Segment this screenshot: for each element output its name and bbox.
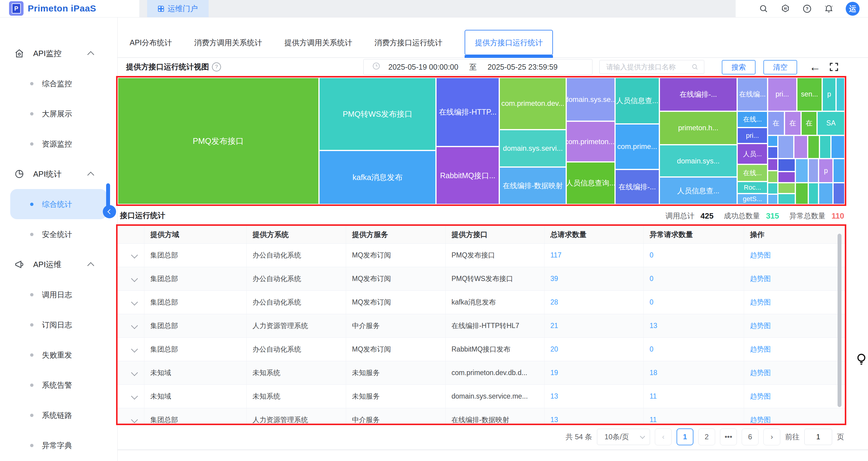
trend-chart-link[interactable]: 趋势图 (750, 251, 771, 259)
treemap-block-在[interactable]: 在 (768, 111, 784, 135)
trend-chart-link[interactable]: 趋势图 (750, 392, 771, 400)
treemap-block-RabbitMQ接口...[interactable]: RabbitMQ接口... (436, 147, 499, 205)
treemap-block-pri...[interactable]: pri... (768, 78, 797, 111)
treemap-block[interactable] (794, 135, 808, 159)
trend-chart-link[interactable]: 趋势图 (750, 322, 771, 330)
clear-button[interactable]: 清空 (764, 60, 797, 74)
help-circle-icon[interactable]: ? (212, 62, 221, 71)
tab-消费方接口运行统计[interactable]: 消费方接口运行统计 (374, 30, 442, 55)
cell-error-requests[interactable]: 13 (643, 314, 744, 338)
row-expand-icon[interactable] (131, 417, 138, 423)
treemap-block-com.prime...[interactable]: com.prime... (615, 124, 659, 170)
treemap-block-在线...[interactable]: 在线... (737, 164, 768, 182)
treemap-block-domain.sys.servi...[interactable]: domain.sys.servi... (499, 130, 566, 167)
trend-chart-link[interactable]: 趋势图 (750, 416, 771, 424)
treemap-block[interactable] (778, 172, 795, 183)
tab-API分布统计[interactable]: API分布统计 (130, 30, 172, 55)
page-button-1[interactable]: 1 (677, 428, 693, 445)
page-button-2[interactable]: 2 (698, 428, 715, 445)
treemap-block[interactable] (768, 183, 778, 194)
tab-提供方调用关系统计[interactable]: 提供方调用关系统计 (284, 30, 352, 55)
treemap-block[interactable] (768, 147, 778, 159)
sidebar-item-调用日志[interactable]: 调用日志 (10, 279, 107, 310)
cell-total-requests[interactable]: 21 (544, 314, 643, 338)
treemap-block-getS...[interactable]: getS... (737, 193, 768, 205)
sidebar-item-综合监控[interactable]: 综合监控 (10, 68, 107, 99)
user-avatar[interactable]: 运 (846, 2, 860, 16)
cell-total-requests[interactable]: 13 (544, 385, 643, 408)
trend-chart-link[interactable]: 趋势图 (750, 298, 771, 306)
cell-total-requests[interactable]: 20 (544, 338, 643, 361)
help-icon[interactable]: ? (802, 4, 812, 13)
treemap-block-人员...[interactable]: 人员... (737, 144, 768, 164)
treemap-block[interactable] (819, 135, 831, 159)
row-expand-icon[interactable] (131, 299, 138, 306)
cell-total-requests[interactable]: 19 (544, 361, 643, 385)
trend-chart-link[interactable]: 趋势图 (750, 369, 771, 376)
treemap-block-人员信息查询...[interactable]: 人员信息查询... (566, 162, 615, 205)
treemap-block[interactable] (808, 135, 819, 159)
row-expand-icon[interactable] (131, 393, 138, 400)
treemap-block-domain.sys.se...[interactable]: domain.sys.se... (566, 78, 615, 121)
row-expand-icon[interactable] (131, 252, 138, 259)
treemap-block-在线编排-...[interactable]: 在线编排-... (615, 170, 659, 205)
treemap-block[interactable] (833, 183, 845, 205)
treemap-block-在线编排-...[interactable]: 在线编排-... (659, 78, 737, 111)
sidebar-collapse-handle[interactable] (103, 205, 116, 218)
search-button[interactable]: 搜索 (722, 60, 755, 74)
treemap-block-kafka消息发布[interactable]: kafka消息发布 (319, 150, 436, 205)
treemap-block-primeton.h...[interactable]: primeton.h... (659, 111, 737, 145)
treemap-block[interactable] (808, 183, 818, 205)
cell-total-requests[interactable]: 13 (544, 408, 643, 425)
treemap-block[interactable] (768, 194, 778, 205)
trend-chart-link[interactable]: 趋势图 (750, 275, 771, 282)
treemap-block[interactable] (818, 183, 833, 205)
cell-error-requests[interactable]: 18 (643, 361, 744, 385)
treemap-block[interactable] (795, 159, 808, 183)
cell-error-requests[interactable]: 0 (643, 244, 744, 267)
cell-total-requests[interactable]: 39 (544, 267, 643, 290)
treemap-block[interactable] (768, 135, 778, 147)
back-arrow-icon[interactable]: ← (809, 60, 821, 74)
sidebar-item-系统链路[interactable]: 系统链路 (10, 400, 107, 430)
cell-error-requests[interactable]: 11 (643, 385, 744, 408)
cell-error-requests[interactable]: 0 (643, 290, 744, 314)
sidebar-item-大屏展示[interactable]: 大屏展示 (10, 99, 107, 129)
page-size-select[interactable]: 10条/页 (597, 429, 650, 445)
tab-提供方接口运行统计[interactable]: 提供方接口运行统计 (465, 30, 553, 55)
treemap-block[interactable] (778, 193, 795, 205)
portal-tab-ops[interactable]: 运维门户 (147, 0, 209, 17)
treemap-block-com.primeton....[interactable]: com.primeton.... (566, 121, 615, 162)
cell-error-requests[interactable]: 11 (643, 408, 744, 425)
goto-page-input[interactable]: 1 (804, 429, 832, 445)
treemap-block-在线编排-数据映射[interactable]: 在线编排-数据映射 (499, 167, 566, 205)
next-page-button[interactable]: › (764, 428, 780, 445)
treemap-block[interactable] (833, 159, 845, 183)
date-start-value[interactable]: 2025-05-19 00:00:00 (388, 63, 458, 71)
treemap-block-domain.sys...[interactable]: domain.sys... (659, 145, 737, 177)
treemap-block-com.primeton.dev...[interactable]: com.primeton.dev... (499, 78, 566, 130)
treemap-block[interactable] (795, 183, 808, 205)
row-expand-icon[interactable] (131, 346, 138, 353)
sidebar-section-API运维[interactable]: API运维 (0, 249, 117, 279)
cell-error-requests[interactable]: 0 (643, 338, 744, 361)
treemap-block-在线...[interactable]: 在线... (737, 111, 768, 128)
treemap-block[interactable] (778, 135, 794, 159)
page-button-6[interactable]: 6 (742, 428, 758, 445)
cell-error-requests[interactable]: 0 (643, 267, 744, 290)
treemap-block[interactable] (778, 183, 795, 193)
sidebar-item-异常字典[interactable]: 异常字典 (10, 430, 107, 460)
search-icon[interactable] (759, 4, 769, 13)
sidebar-section-API统计[interactable]: API统计 (0, 159, 117, 189)
sidebar-item-系统告警[interactable]: 系统告警 (10, 370, 107, 400)
sidebar-section-API监控[interactable]: API监控 (0, 38, 117, 68)
treemap-block[interactable] (768, 159, 778, 171)
tab-消费方调用关系统计[interactable]: 消费方调用关系统计 (194, 30, 262, 55)
treemap-block[interactable] (768, 171, 778, 183)
treemap-block-PMQ发布接口[interactable]: PMQ发布接口 (118, 78, 319, 205)
table-scrollbar[interactable] (838, 234, 841, 407)
bell-icon[interactable] (824, 4, 834, 13)
treemap-block[interactable] (836, 78, 845, 111)
treemap-block-人员信息查...[interactable]: 人员信息查... (659, 177, 737, 205)
treemap-block-Roc...[interactable]: Roc... (737, 182, 768, 193)
